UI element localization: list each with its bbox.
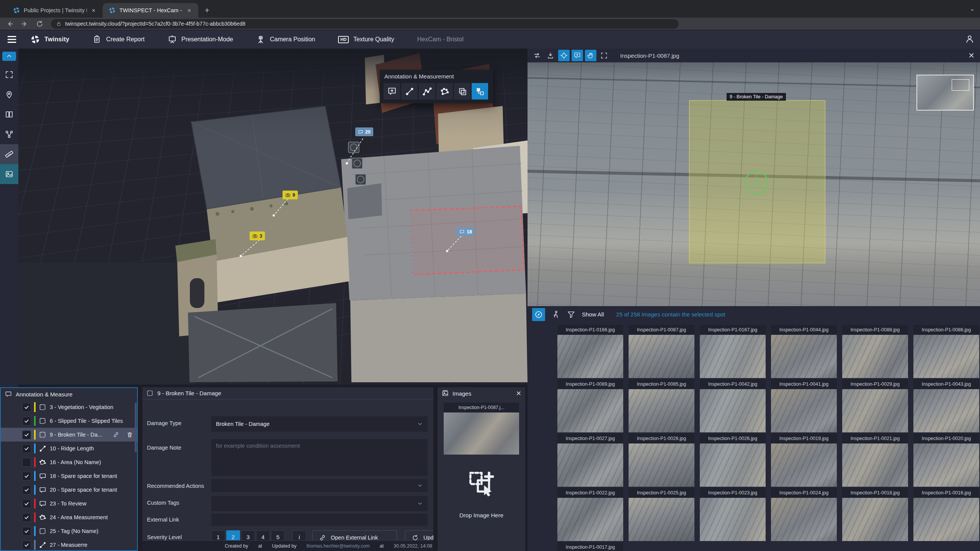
filter-funnel-icon[interactable] [567,310,576,319]
linked-image-card[interactable]: Inspection-P1-0087.j... [444,403,519,455]
checkbox-checked[interactable] [22,486,31,494]
rail-item-layout[interactable] [0,104,18,124]
rail-item-fullscreen[interactable] [0,65,18,85]
presentation-mode-button[interactable]: Presentation-Mode [168,35,233,44]
annotation-list-item[interactable]: 6 - Slipped Tile - Slipped Tiles [1,414,137,428]
gallery-item[interactable]: Inspection-P1-0021.jpg [842,434,908,487]
recommended-actions-select[interactable] [211,479,428,492]
external-link-input[interactable] [211,514,428,526]
image-dropzone[interactable]: Drop Image Here [438,469,525,518]
tool-area-button[interactable] [436,83,453,99]
gallery-item[interactable]: Inspection-P1-0023.jpg [700,488,766,541]
walk-icon[interactable] [551,310,560,319]
tab-list-chevron-icon[interactable]: ⌄ [970,5,975,12]
checkbox-checked[interactable] [22,472,31,481]
annotation-list-item[interactable]: 3 - Vegetation - Vegitation [1,400,137,414]
gallery-item[interactable]: Inspection-P1-0019.jpg [771,434,837,487]
gallery-item[interactable]: Inspection-P1-0043.jpg [913,379,979,432]
gallery-item-partial[interactable]: Inspection-P1-0017.jpg [557,542,623,551]
gallery-item[interactable]: Inspection-P1-0027.jpg [557,434,623,487]
annotate-image-button[interactable] [572,50,583,61]
tool-group-button-active[interactable] [472,83,488,99]
damage-note-textarea[interactable]: for example condition assessment [211,439,428,476]
tool-tag-button[interactable] [384,83,400,99]
checkbox-checked[interactable] [22,541,31,549]
user-icon[interactable] [965,34,975,44]
tool-distance-button[interactable] [401,83,418,99]
gallery-item[interactable]: Inspection-P1-0020.jpg [913,434,979,487]
rail-item-pin[interactable] [0,85,18,104]
rail-item-measure[interactable] [0,144,18,164]
checkbox-checked[interactable] [22,430,31,439]
annotation-list-item[interactable]: 18 - Spare space for tenant [1,469,137,483]
annotation-marker-20[interactable]: 20 [355,127,373,136]
gallery-item[interactable]: Inspection-P1-0085.jpg [629,379,694,432]
custom-tags-select[interactable] [211,496,428,511]
checkbox-checked[interactable] [22,513,31,522]
crop-marks-button[interactable] [598,50,610,61]
annotation-list-item[interactable]: 25 - Tag (No Name) [1,524,137,538]
locate-button[interactable] [532,308,545,321]
browser-tab-2-active[interactable]: TWINSPECT - HexCam - Bristo ✕ [103,3,198,18]
3d-viewport[interactable]: 20 9 3 18 Annotation & Measurement [18,49,528,385]
brand[interactable]: Twinsity [31,35,69,44]
checkbox-checked[interactable] [22,444,31,453]
target-mode-button[interactable] [558,50,570,61]
annotation-marker-3[interactable]: 3 [250,231,265,240]
gallery-item[interactable]: Inspection-P1-0041.jpg [771,379,837,432]
trash-icon[interactable] [126,431,133,438]
gallery-item[interactable]: Inspection-P1-0029.jpg [842,379,908,432]
gallery-item[interactable]: Inspection-P1-0088.jpg [842,325,908,378]
camera-position-button[interactable]: Camera Position [256,35,315,44]
address-input[interactable]: twinspect.twinsity.cloud/?projectId=5c7a… [51,19,679,29]
annotation-list-item[interactable]: 23 - To Review [1,497,137,510]
download-button[interactable] [545,50,556,61]
new-tab-button[interactable]: + [201,5,213,16]
gallery-item[interactable]: Inspection-P1-0018.jpg [842,488,908,541]
create-report-button[interactable]: Create Report [92,35,145,44]
gallery-item[interactable]: Inspection-P1-0044.jpg [771,325,837,378]
minimap-inset[interactable] [916,75,974,111]
forward-icon[interactable] [21,20,28,28]
browser-tab-1[interactable]: Public Projects | Twinsity Porta ✕ [7,3,103,18]
list-scrollbar[interactable] [135,403,137,452]
gallery-item[interactable]: Inspection-P1-0016.jpg [913,488,979,541]
annotation-list-item[interactable]: 9 - Broken Tile - Da... [1,428,137,442]
inspection-photo[interactable]: 9 - Broken Tile - Damage [528,62,980,306]
close-viewer-icon[interactable]: ✕ [968,51,975,60]
tool-rectangle-button[interactable] [454,83,470,99]
hamburger-menu-icon[interactable] [6,34,18,45]
texture-quality-button[interactable]: HD Texture Quality [338,36,394,43]
collapse-rail-button[interactable] [2,52,16,61]
annotation-marker-18[interactable]: 18 [457,227,475,236]
gallery-item[interactable]: Inspection-P1-0042.jpg [700,379,766,432]
gallery-item[interactable]: Inspection-P1-0024.jpg [771,488,837,541]
checkbox-checked[interactable] [22,417,31,425]
tab-close-icon[interactable]: ✕ [186,8,192,13]
gallery-item[interactable]: Inspection-P1-0022.jpg [557,488,623,541]
gallery-item[interactable]: Inspection-P1-0028.jpg [629,434,694,487]
show-all-button[interactable]: Show All [582,311,604,318]
damage-type-select[interactable]: Broken Tile - Damage [211,416,428,432]
gallery-item[interactable]: Inspection-P1-0167.jpg [700,325,766,378]
close-images-panel-icon[interactable]: ✕ [516,390,521,398]
annotation-list-item[interactable]: 20 - Spare space for tenant [1,483,137,497]
gallery-item[interactable]: Inspection-P1-0026.jpg [700,434,766,487]
back-icon[interactable] [6,20,13,28]
gallery-item[interactable]: Inspection-P1-0025.jpg [629,488,694,541]
pan-button[interactable] [585,50,596,61]
gallery-item[interactable]: Inspection-P1-0086.jpg [913,325,979,378]
rail-item-images[interactable] [0,164,18,184]
checkbox-unchecked[interactable] [22,458,31,467]
compare-button[interactable] [531,50,543,61]
annotation-list-item[interactable]: 27 - Measuerre [1,538,137,551]
tool-polyline-button[interactable] [419,83,435,99]
rail-item-hierarchy[interactable] [0,124,18,144]
gallery-item[interactable]: Inspection-P1-0087.jpg [629,325,694,378]
tab-close-icon[interactable]: ✕ [91,8,96,13]
gallery-item[interactable]: Inspection-P1-0166.jpg [557,325,623,378]
link-icon[interactable] [113,431,119,438]
annotation-marker-9[interactable]: 9 [283,191,298,199]
annotation-list-item[interactable]: 24 - Area Measurement [1,510,137,524]
checkbox-checked[interactable] [22,499,31,508]
